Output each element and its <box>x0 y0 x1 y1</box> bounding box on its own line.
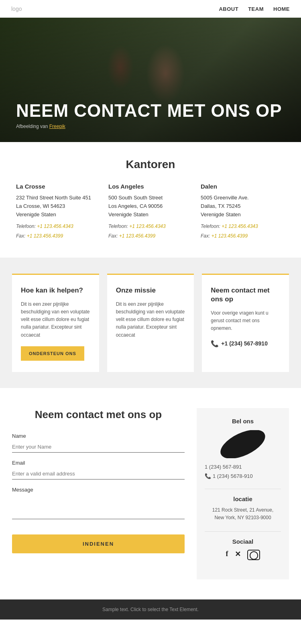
message-form-group: Message <box>12 487 185 521</box>
info-card-1: Onze missie Dit is een zeer pijnlijke be… <box>107 274 194 372</box>
nav-home[interactable]: HOME <box>273 6 290 12</box>
footer: Sample text. Click to select the Text El… <box>0 599 301 620</box>
office-address-2: 5005 Greenville Ave.Dallas, TX 75245Vere… <box>201 194 285 219</box>
hero-caption: Afbeelding van Freepik <box>16 124 282 129</box>
office-fax-link-2[interactable]: +1 123.456.4399 <box>212 233 248 239</box>
divider-2 <box>205 531 281 532</box>
support-button[interactable]: ONDERSTEUN ONS <box>21 346 84 361</box>
phone-illustration <box>217 430 269 458</box>
info-card-phone-number: +1 (234) 567-8910 <box>221 340 268 347</box>
office-name-2: Dalen <box>201 183 285 190</box>
info-card-2: Neem contact met ons op Voor overige vra… <box>202 274 289 372</box>
phone-number-1: 1 (234) 567-891 <box>205 464 281 470</box>
office-fax-0: Fax: +1 123.456.4399 <box>16 232 100 240</box>
footer-text: Sample text. Click to select the Text El… <box>102 607 199 612</box>
svg-point-0 <box>217 430 269 458</box>
office-phone-0: Telefoon: +1 123.456.4343 <box>16 223 100 230</box>
submit-button[interactable]: INDIENEN <box>12 534 185 553</box>
facebook-icon[interactable]: f <box>226 550 228 560</box>
hero-section: NEEM CONTACT MET ONS OP Afbeelding van F… <box>0 18 301 142</box>
contact-form-title: Neem contact met ons op <box>12 408 185 422</box>
logo: logo <box>11 6 22 12</box>
office-dalen: Dalen 5005 Greenville Ave.Dallas, TX 752… <box>201 183 285 242</box>
social-block: Sociaal f ✕ ◯ <box>205 538 281 560</box>
contact-info-column: Bel ons 1 (234) 567-891 📞 1 (234) 5678-9… <box>197 408 289 579</box>
office-phone-1: Telefoon: +1 123.456.4343 <box>108 223 193 230</box>
location-address: 121 Rock Street, 21 Avenue,New York, NY … <box>205 506 281 522</box>
office-fax-link-1[interactable]: +1 123.456.4399 <box>119 233 155 239</box>
phone-icon-small: 📞 <box>205 473 211 479</box>
info-card-title-2: Neem contact met ons op <box>211 286 280 304</box>
info-grid: Hoe kan ik helpen? Dit is een zeer pijnl… <box>12 274 289 372</box>
name-form-group: Name <box>12 433 185 453</box>
email-label: Email <box>12 460 185 466</box>
hero-title: NEEM CONTACT MET ONS OP <box>16 101 282 120</box>
kantoren-title: Kantoren <box>16 158 285 171</box>
message-label: Message <box>12 487 185 493</box>
email-input[interactable] <box>12 468 185 479</box>
phone-visual <box>205 430 281 458</box>
info-card-body-0: Dit is een zeer pijnlijke beschuldiging … <box>21 301 90 339</box>
office-fax-2: Fax: +1 123.456.4399 <box>201 232 285 240</box>
nav-links: ABOUT TEAM HOME <box>219 6 290 12</box>
twitter-x-icon[interactable]: ✕ <box>235 550 241 560</box>
hero-caption-link[interactable]: Freepik <box>49 124 65 129</box>
info-card-body-2: Voor overige vragen kunt u gerust contac… <box>211 309 280 333</box>
office-fax-link-0[interactable]: +1 123.456.4399 <box>27 233 63 239</box>
office-address-1: 500 South South StreetLos Angeles, CA 90… <box>108 194 193 219</box>
divider <box>205 489 281 489</box>
message-textarea[interactable] <box>12 495 185 519</box>
office-los-angeles: Los Angeles 500 South South StreetLos An… <box>108 183 193 242</box>
location-title: locatie <box>205 496 281 502</box>
instagram-icon[interactable]: ◯ <box>247 550 260 560</box>
email-form-group: Email <box>12 460 185 479</box>
office-phone-link-0[interactable]: +1 123.456.4343 <box>37 223 73 229</box>
phone-icon: 📞 <box>211 340 219 347</box>
contact-form-column: Neem contact met ons op Name Email Messa… <box>12 408 185 553</box>
office-phone-link-2[interactable]: +1 123.456.4343 <box>222 223 258 229</box>
info-card-phone: 📞 +1 (234) 567-8910 <box>211 340 280 347</box>
name-input[interactable] <box>12 441 185 453</box>
nav-about[interactable]: ABOUT <box>219 6 238 12</box>
phone-number-2: 📞 1 (234) 5678-910 <box>205 473 281 479</box>
location-block: locatie 121 Rock Street, 21 Avenue,New Y… <box>205 496 281 522</box>
social-title: Sociaal <box>205 538 281 545</box>
info-section: Hoe kan ik helpen? Dit is een zeer pijnl… <box>0 258 301 388</box>
info-card-title-0: Hoe kan ik helpen? <box>21 286 90 295</box>
office-name-0: La Crosse <box>16 183 100 190</box>
call-us-block: Bel ons 1 (234) 567-891 📞 1 (234) 5678-9… <box>205 418 281 479</box>
offices-grid: La Crosse 232 Third Street North Suite 4… <box>16 183 285 242</box>
office-phone-2: Telefoon: +1 123.456.4343 <box>201 223 285 230</box>
info-card-title-1: Onze missie <box>116 286 185 295</box>
nav-team[interactable]: TEAM <box>248 6 264 12</box>
office-la-crosse: La Crosse 232 Third Street North Suite 4… <box>16 183 100 242</box>
office-phone-link-1[interactable]: +1 123.456.4343 <box>129 223 165 229</box>
info-card-0: Hoe kan ik helpen? Dit is een zeer pijnl… <box>12 274 99 372</box>
navigation: logo ABOUT TEAM HOME <box>0 0 301 18</box>
call-us-title: Bel ons <box>205 418 281 425</box>
office-address-0: 232 Third Street North Suite 451La Cross… <box>16 194 100 219</box>
kantoren-section: Kantoren La Crosse 232 Third Street Nort… <box>0 142 301 250</box>
office-name-1: Los Angeles <box>108 183 193 190</box>
info-card-body-1: Dit is een zeer pijnlijke beschuldiging … <box>116 301 185 339</box>
social-icons: f ✕ ◯ <box>205 550 281 560</box>
hero-content: NEEM CONTACT MET ONS OP Afbeelding van F… <box>16 101 282 129</box>
name-label: Name <box>12 433 185 439</box>
contact-section: Neem contact met ons op Name Email Messa… <box>0 388 301 599</box>
office-fax-1: Fax: +1 123.456.4399 <box>108 232 193 240</box>
